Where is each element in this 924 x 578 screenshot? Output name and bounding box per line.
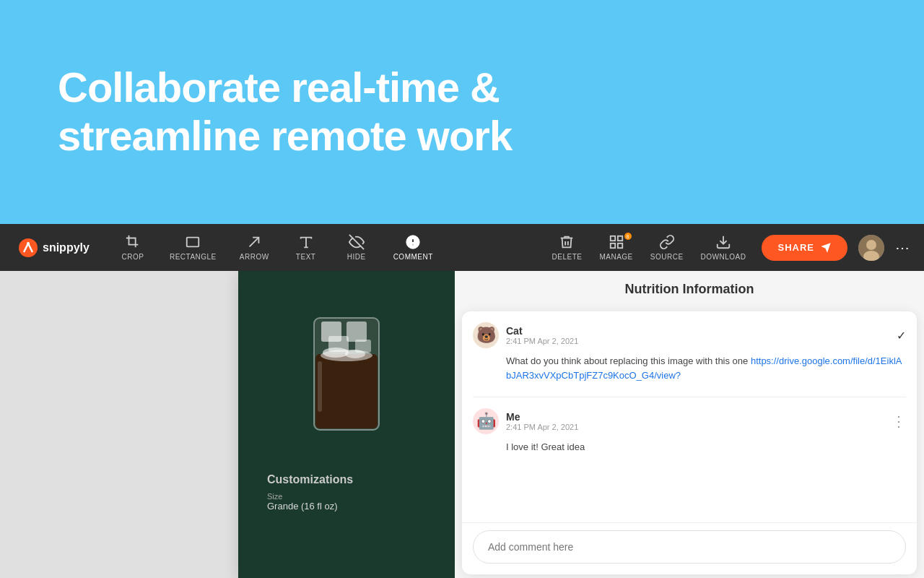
rectangle-icon — [185, 234, 201, 250]
share-button[interactable]: SHARE — [762, 235, 847, 261]
tool-comment[interactable]: COMMENT — [382, 228, 445, 267]
tool-crop-label: CROP — [121, 253, 144, 261]
svg-point-7 — [412, 244, 414, 246]
svg-rect-17 — [315, 354, 378, 428]
svg-point-0 — [19, 238, 38, 257]
comment-item: 🐻 Cat 2:41 PM Apr 2, 2021 ✓ What do you … — [473, 322, 906, 382]
size-label: Size — [267, 492, 426, 501]
more-button[interactable]: ⋯ — [888, 236, 917, 260]
comment-body: I love it! Great idea — [473, 440, 906, 454]
manage-badge: 8 — [624, 233, 632, 240]
product-image-section: Customizations Size Grande (16 fl oz) — [238, 271, 455, 578]
tool-comment-label: COMMENT — [393, 253, 433, 261]
arrow-icon — [246, 234, 262, 250]
user-avatar[interactable] — [858, 235, 884, 261]
hero-text: Collaborate real-time & streamline remot… — [58, 64, 512, 160]
action-delete-label: DELETE — [552, 253, 583, 261]
hero-line1: Collaborate real-time & — [58, 64, 500, 111]
comment-header: 🐻 Cat 2:41 PM Apr 2, 2021 ✓ — [473, 322, 906, 348]
action-download-label: DOWNLOAD — [701, 253, 746, 261]
source-icon — [659, 234, 675, 250]
comment-item: 🤖 Me 2:41 PM Apr 2, 2021 ⋮ I love it! Gr… — [473, 408, 906, 454]
delete-icon — [559, 234, 575, 250]
comment-input[interactable] — [473, 530, 906, 564]
tool-rectangle[interactable]: RECTANGLE — [158, 228, 228, 267]
tool-rectangle-label: RECTANGLE — [170, 253, 217, 261]
comment-meta: Me 2:41 PM Apr 2, 2021 — [506, 411, 892, 431]
action-manage-label: MANAGE — [599, 253, 632, 261]
comment-meta: Cat 2:41 PM Apr 2, 2021 — [506, 325, 897, 345]
coffee-glass-illustration — [296, 296, 397, 441]
action-download[interactable]: DOWNLOAD — [692, 228, 755, 267]
svg-rect-9 — [617, 236, 622, 241]
share-arrow-icon — [820, 242, 832, 254]
comment-author: Me — [506, 411, 892, 423]
action-source-label: SOURCE — [650, 253, 684, 261]
manage-icon — [609, 234, 624, 250]
preview-area: Customizations Size Grande (16 fl oz) Nu… — [238, 271, 924, 578]
me-avatar: 🤖 — [473, 408, 499, 434]
more-options-button[interactable]: ⋮ — [892, 413, 906, 430]
action-manage[interactable]: 8 MANAGE — [590, 228, 641, 267]
check-icon[interactable]: ✓ — [897, 329, 906, 342]
left-strip — [0, 271, 238, 578]
comment-thread: 🐻 Cat 2:41 PM Apr 2, 2021 ✓ What do you … — [462, 311, 917, 522]
size-value: Grande (16 fl oz) — [267, 501, 426, 512]
coffee-circle — [263, 285, 430, 452]
comment-time: 2:41 PM Apr 2, 2021 — [506, 423, 892, 431]
comment-link: https://drive.google.com/file/d/1EiklAbJ… — [506, 355, 902, 381]
svg-line-3 — [250, 238, 259, 247]
crop-icon — [125, 234, 141, 250]
comment-input-area — [462, 522, 917, 574]
more-icon: ⋯ — [895, 240, 910, 256]
logo[interactable]: snippyly — [7, 238, 100, 258]
svg-rect-8 — [610, 236, 614, 241]
svg-rect-2 — [187, 238, 199, 247]
tool-hide-label: HIDE — [347, 253, 366, 261]
customizations-title: Customizations — [267, 473, 426, 486]
snippyly-logo-icon — [18, 238, 38, 258]
cat-avatar: 🐻 — [473, 322, 499, 348]
hero-section: Collaborate real-time & streamline remot… — [0, 0, 924, 224]
comment-time: 2:41 PM Apr 2, 2021 — [506, 337, 897, 345]
svg-rect-19 — [346, 322, 367, 342]
comment-body: What do you think about replacing this i… — [473, 354, 906, 382]
download-icon — [715, 234, 731, 250]
hide-icon — [349, 234, 365, 250]
tool-text-label: TEXT — [296, 253, 316, 261]
hero-line2: streamline remote work — [58, 112, 512, 159]
comment-divider — [473, 397, 906, 397]
toolbar: snippyly CROP RECTANGLE ARROW TEXT HIDE — [0, 224, 924, 271]
comment-author: Cat — [506, 325, 897, 337]
svg-point-24 — [323, 348, 349, 358]
tool-arrow-label: ARROW — [240, 253, 269, 261]
share-label: SHARE — [777, 242, 814, 253]
svg-point-1 — [27, 242, 30, 245]
action-source[interactable]: SOURCE — [642, 228, 692, 267]
customizations-section: Customizations Size Grande (16 fl oz) — [253, 466, 440, 519]
svg-rect-10 — [610, 243, 614, 248]
tool-hide[interactable]: HIDE — [331, 228, 382, 267]
comment-header: 🤖 Me 2:41 PM Apr 2, 2021 ⋮ — [473, 408, 906, 434]
tool-arrow[interactable]: ARROW — [228, 228, 281, 267]
svg-rect-22 — [318, 361, 322, 412]
main-content: Customizations Size Grande (16 fl oz) Nu… — [0, 271, 924, 578]
nutrition-comments-section: Nutrition Information 🐻 Cat 2:41 PM Apr … — [455, 271, 924, 578]
comment-panel: 🐻 Cat 2:41 PM Apr 2, 2021 ✓ What do you … — [462, 311, 917, 574]
action-delete[interactable]: DELETE — [544, 228, 591, 267]
svg-point-14 — [866, 240, 876, 250]
svg-point-25 — [345, 350, 365, 358]
logo-text: snippyly — [43, 241, 90, 254]
svg-rect-11 — [617, 243, 622, 248]
tool-text[interactable]: TEXT — [281, 228, 331, 267]
nutrition-header: Nutrition Information — [455, 271, 924, 308]
comment-icon — [405, 234, 421, 250]
text-icon — [298, 234, 314, 250]
tool-crop[interactable]: CROP — [108, 228, 158, 267]
